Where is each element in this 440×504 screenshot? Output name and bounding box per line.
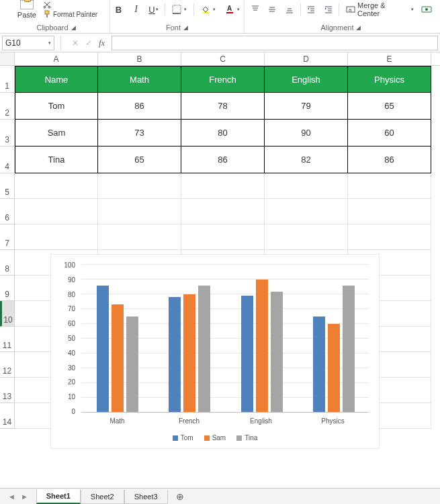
row-header[interactable]: 7 — [0, 224, 15, 250]
column-header[interactable]: D — [265, 52, 348, 65]
empty-cell[interactable] — [265, 224, 348, 250]
align-top-button[interactable] — [249, 3, 262, 16]
currency-icon — [421, 4, 432, 15]
underline-button[interactable]: U▾ — [147, 3, 161, 16]
row-header[interactable]: 4 — [0, 146, 15, 173]
embedded-chart[interactable]: 0102030405060708090100 MathFrenchEnglish… — [50, 254, 380, 449]
empty-cell[interactable] — [348, 199, 431, 224]
empty-cell[interactable] — [348, 224, 431, 250]
table-cell[interactable]: 73 — [98, 120, 181, 146]
row-header[interactable]: 2 — [0, 93, 15, 120]
borders-icon — [172, 5, 181, 14]
tab-nav-next[interactable]: ► — [21, 493, 28, 501]
column-header[interactable]: E — [348, 52, 431, 65]
tab-nav-prev[interactable]: ◄ — [8, 493, 15, 501]
format-painter-button[interactable]: Format Painter — [43, 10, 97, 18]
chart-bar — [169, 297, 181, 413]
column-header[interactable]: A — [15, 52, 98, 65]
merge-center-button[interactable]: a Merge & Center▾ — [343, 3, 416, 16]
table-cell[interactable]: 65 — [98, 146, 181, 173]
table-cell[interactable]: 65 — [348, 93, 431, 120]
row-header[interactable]: 3 — [0, 120, 15, 146]
table-cell[interactable]: 78 — [181, 93, 265, 120]
table-header-cell[interactable]: French — [181, 66, 265, 93]
select-all-corner[interactable] — [0, 52, 15, 65]
chart-bar — [271, 292, 283, 413]
chart-bar — [328, 324, 340, 413]
table-cell[interactable]: 86 — [181, 146, 265, 173]
y-tick-label: 80 — [68, 290, 75, 298]
enter-formula-button[interactable]: ✓ — [85, 38, 92, 48]
y-tick-label: 40 — [68, 349, 75, 356]
bold-button[interactable]: B — [112, 3, 126, 16]
sheet-tab[interactable]: Sheet2 — [81, 490, 124, 504]
column-header[interactable]: C — [181, 52, 265, 65]
align-bottom-button[interactable] — [283, 3, 296, 16]
clipboard-dialog-launcher[interactable]: ◢ — [71, 24, 76, 31]
sheet-tab[interactable]: Sheet3 — [124, 490, 168, 504]
row-header[interactable]: 9 — [0, 276, 15, 301]
paste-button[interactable]: Paste — [15, 0, 39, 19]
italic-button[interactable]: I — [130, 3, 143, 16]
svg-text:A: A — [227, 5, 232, 12]
insert-function-button[interactable]: fx — [99, 38, 105, 48]
row-header[interactable]: 13 — [0, 378, 15, 403]
ribbon-group-alignment: a Merge & Center▾ Alignment ◢ — [245, 0, 437, 33]
empty-cell[interactable] — [15, 224, 98, 250]
decrease-indent-button[interactable] — [304, 3, 318, 16]
table-cell[interactable]: 79 — [265, 93, 348, 120]
row-header[interactable]: 11 — [0, 327, 15, 352]
font-dialog-launcher[interactable]: ◢ — [183, 24, 188, 31]
column-header[interactable]: B — [98, 52, 181, 65]
empty-cell[interactable] — [181, 173, 265, 199]
sheet-tab[interactable]: Sheet1 — [36, 489, 81, 504]
table-cell[interactable]: Tina — [15, 146, 98, 173]
table-cell[interactable]: 86 — [348, 146, 431, 173]
empty-cell[interactable] — [265, 199, 348, 224]
table-header-cell[interactable]: English — [265, 66, 348, 93]
table-cell[interactable]: 82 — [265, 146, 348, 173]
table-cell[interactable]: Tom — [15, 93, 98, 120]
row-header[interactable]: 12 — [0, 352, 15, 378]
table-cell[interactable]: 80 — [181, 120, 265, 146]
font-color-button[interactable]: A▾ — [222, 3, 243, 16]
empty-cell[interactable] — [181, 224, 265, 250]
row-header[interactable]: 8 — [0, 250, 15, 276]
table-cell[interactable]: 86 — [98, 93, 181, 120]
table-cell[interactable]: 60 — [348, 120, 431, 146]
borders-button[interactable]: ▾ — [169, 3, 189, 16]
font-group-label: Font — [166, 24, 181, 32]
row-header[interactable]: 14 — [0, 403, 15, 429]
table-header-cell[interactable]: Physics — [348, 66, 431, 93]
scissors-icon — [43, 1, 51, 9]
empty-cell[interactable] — [15, 173, 98, 199]
align-middle-button[interactable] — [266, 3, 279, 16]
cancel-formula-button[interactable]: ✕ — [72, 38, 79, 48]
empty-cell[interactable] — [98, 173, 181, 199]
table-header-cell[interactable]: Name — [15, 66, 98, 93]
table-cell[interactable]: 90 — [265, 120, 348, 146]
empty-cell[interactable] — [98, 224, 181, 250]
chart-bar — [313, 317, 325, 413]
empty-cell[interactable] — [181, 199, 265, 224]
row-header[interactable]: 5 — [0, 173, 15, 199]
row-header[interactable]: 10 — [0, 301, 15, 327]
fill-color-button[interactable]: ▾ — [198, 3, 218, 16]
row-header[interactable]: 6 — [0, 199, 15, 224]
formula-input[interactable] — [112, 36, 438, 50]
table-header-cell[interactable]: Math — [98, 66, 181, 93]
name-box-value: G10 — [5, 38, 21, 48]
cut-button[interactable] — [43, 1, 97, 9]
legend-item: Tom — [173, 434, 193, 442]
table-cell[interactable]: Sam — [15, 120, 98, 146]
name-box[interactable]: G10 ▾ — [2, 36, 54, 50]
row-header[interactable]: 1 — [0, 66, 15, 93]
new-sheet-button[interactable]: ⊕ — [172, 489, 188, 505]
empty-cell[interactable] — [348, 173, 431, 199]
empty-cell[interactable] — [265, 173, 348, 199]
increase-indent-button[interactable] — [322, 3, 335, 16]
alignment-dialog-launcher[interactable]: ◢ — [356, 24, 361, 31]
currency-button[interactable] — [421, 3, 434, 16]
empty-cell[interactable] — [15, 199, 98, 224]
empty-cell[interactable] — [98, 199, 181, 224]
